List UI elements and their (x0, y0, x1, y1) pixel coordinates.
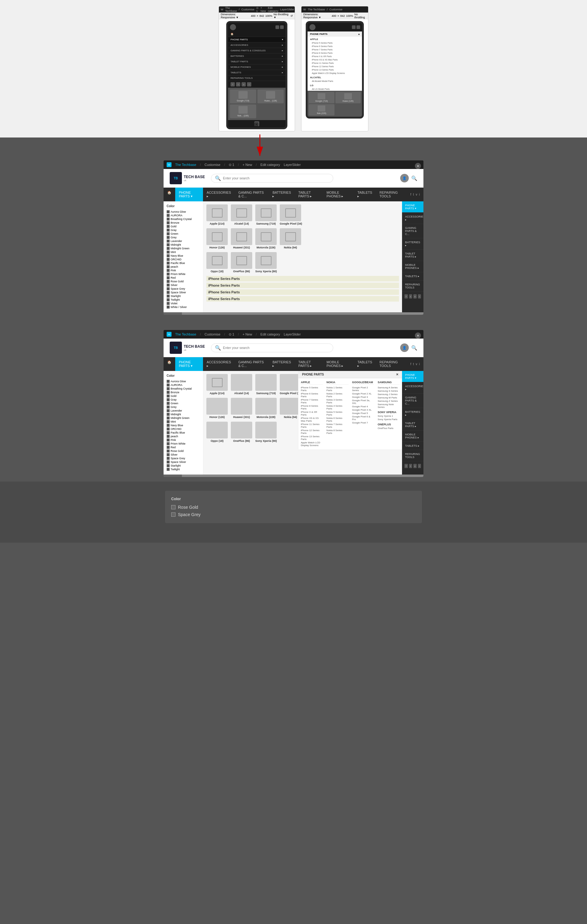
right-iphone11[interactable]: iPhone 11 Series Parts (308, 61, 362, 65)
checkbox-midnight[interactable] (167, 243, 170, 246)
exp-nokia-3[interactable]: Nokia 3 Series Parts (327, 398, 349, 404)
new-btn-2[interactable]: + New (243, 332, 252, 336)
checkbox-pacific[interactable] (167, 262, 170, 265)
nav-home-1[interactable]: 🏠 (164, 188, 175, 201)
checkbox-prism[interactable] (167, 272, 170, 276)
right-iphone12[interactable]: iPhone 12 Series Parts (308, 65, 362, 68)
checkbox-bronze[interactable] (167, 221, 170, 224)
right-tw-icon[interactable]: t (409, 294, 412, 299)
edit-cat-1[interactable]: Edit category (260, 163, 280, 167)
left-menu-tablets[interactable]: TABLETS ▸ (228, 70, 286, 76)
right-iphone5[interactable]: iPhone 5 Series Parts (308, 41, 362, 45)
right-phone-parts-active[interactable]: PHONE PARTS ▾ (402, 201, 423, 213)
exp-nokia-1[interactable]: Nokia 1 Series Parts (327, 386, 349, 392)
brand-motorola[interactable]: Motorola (226) (255, 228, 277, 249)
brand-apple[interactable]: Apple (214) (207, 205, 228, 225)
left-admin-edit[interactable]: Edit category (268, 7, 278, 13)
exp-samsung-m[interactable]: Samsung M Parts (377, 396, 400, 399)
checkbox-white-silver[interactable] (167, 305, 170, 309)
exp-nokia-7[interactable]: Nokia 7 Series Parts (327, 422, 349, 429)
s2-cb-orchid[interactable] (167, 427, 170, 431)
s2-cb-bronze[interactable] (167, 391, 170, 394)
nav2-fb[interactable]: f (410, 362, 411, 366)
left-menu-tablet-parts[interactable]: TABLET PARTS ▸ (228, 59, 286, 64)
right-iphone13[interactable]: iPhone 13 Series Parts (308, 68, 362, 71)
s2-cb-silver[interactable] (167, 453, 170, 456)
right-iphone6[interactable]: iPhone 6 Series Parts (308, 45, 362, 48)
checkbox-pink[interactable] (167, 269, 170, 272)
b2-sony[interactable]: Sony Xperia (90) (255, 422, 277, 442)
exp-nokia-6[interactable]: Nokia 6 Series Parts (327, 416, 349, 422)
nav-phone-parts-1[interactable]: PHONE PARTS ▾ (175, 188, 203, 201)
s2-cb-prism[interactable] (167, 442, 170, 445)
exp-oneplus-parts[interactable]: OnePlus Parts (377, 427, 400, 430)
site-name-1[interactable]: The Techbase (175, 163, 196, 167)
exp-apple-x[interactable]: iPhone X & XR Parts (301, 410, 323, 416)
checkbox-lavender[interactable] (167, 239, 170, 243)
customize-1[interactable]: Customise (205, 163, 220, 167)
exp-sony-1[interactable]: Sony Xperia 1 (377, 414, 400, 418)
right-iphone7[interactable]: iPhone 7 Series Parts (308, 48, 362, 51)
exp-google-pixel4xl[interactable]: Google Pixel 4 XL (352, 408, 374, 412)
checkbox-space-silver[interactable] (167, 291, 170, 294)
left-tw-icon[interactable]: t (236, 82, 240, 86)
exp-apple-watch[interactable]: Apple Watch LCD Display Screens (301, 441, 323, 447)
exp-samsung-s[interactable]: Samsung S Series (377, 389, 400, 393)
s2-cb-navy[interactable] (167, 424, 170, 427)
checkbox-starlight[interactable] (167, 295, 170, 298)
nav2-ig[interactable]: i (419, 362, 420, 366)
nav-tablets-1[interactable]: TABLETS ▸ (354, 188, 376, 201)
nav2-gaming[interactable]: GAMING PARTS & C... (235, 357, 269, 371)
exp-samsung-z[interactable]: Samsung Z Series (377, 399, 400, 403)
exp-google-pixel3a[interactable]: Google Pixel 3a, 3XL (352, 399, 374, 405)
brand-huawei[interactable]: Huawei (331) (231, 228, 252, 249)
right2-vimeo[interactable]: v (413, 464, 417, 468)
exp-apple-12[interactable]: iPhone 12 Series Parts (301, 429, 323, 435)
s2-cb-gold[interactable] (167, 394, 170, 398)
checkbox-peach[interactable] (167, 265, 170, 268)
scroll-thumb-2[interactable] (164, 475, 182, 477)
right-nav-accessories[interactable]: ACCESSORIES ▸ (402, 213, 423, 224)
left-admin-new[interactable]: + New (260, 7, 266, 13)
layer-slider-2[interactable]: LayerSlider (284, 332, 301, 336)
b2-samsung[interactable]: Samsung (719) (255, 374, 277, 395)
checkbox-grey[interactable] (167, 236, 170, 239)
right-nav-gaming[interactable]: GAMING PARTS & C... (402, 224, 423, 238)
checkbox-gray[interactable] (167, 229, 170, 232)
left-ig-icon[interactable]: i (247, 82, 251, 86)
b2-huawei[interactable]: Huawei (331) (231, 398, 252, 419)
brand-google[interactable]: Google Pixel (34) (280, 205, 302, 225)
exp-dropdown-close-2[interactable]: ✕ (396, 373, 398, 376)
left-menu-batteries[interactable]: BATTERIES ▸ (228, 53, 286, 59)
left-menu-gaming[interactable]: GAMING PARTS & CONSOLES ▸ (228, 48, 286, 53)
s2-cb-space-silver[interactable] (167, 460, 170, 464)
site-name-2[interactable]: The Techbase (175, 332, 196, 336)
checkbox-breathing[interactable] (167, 218, 170, 221)
checkbox-midnight-green[interactable] (167, 247, 170, 250)
nav-gaming-1[interactable]: GAMING PARTS & C... (235, 188, 269, 201)
right2-tablets[interactable]: TABLETS ▸ (402, 442, 423, 450)
exp-nokia-4[interactable]: Nokia 4 Series Parts (327, 404, 349, 410)
nav2-tablet[interactable]: TABLET PARTS ▸ (295, 357, 323, 371)
right2-fb[interactable]: f (405, 464, 408, 468)
user-avatar-2[interactable]: 👤 (400, 343, 409, 352)
exp-apple-6[interactable]: iPhone 6 Series Parts (301, 392, 323, 398)
b2-oppo[interactable]: Oppo (18) (207, 422, 228, 442)
nav2-phone-parts[interactable]: PHONE PARTS ▾ (175, 357, 203, 371)
s2-cb-midnight[interactable] (167, 413, 170, 416)
left-refresh-icon[interactable]: ↺ (291, 14, 293, 17)
s2-cb-mint[interactable] (167, 420, 170, 423)
exp-google-pixel5[interactable]: Google Pixel 5 (352, 412, 374, 415)
exp-apple-7[interactable]: iPhone 7 Series Parts (301, 398, 323, 404)
right-fb-icon[interactable]: f (405, 294, 408, 299)
right2-gaming[interactable]: GAMING PARTS & C... (402, 394, 423, 408)
exp-nokia-2[interactable]: Nokia 2 Series Parts (327, 392, 349, 398)
nav-batteries-1[interactable]: BATTERIES ▸ (269, 188, 294, 201)
s2-cb-breathing[interactable] (167, 387, 170, 390)
left-menu-accessories[interactable]: ACCESSORIES ▸ (228, 43, 286, 48)
right2-accessories[interactable]: ACCESSORIES ▸ (402, 382, 423, 394)
checkbox-space-grey[interactable] (167, 287, 170, 290)
brand-sony[interactable]: Sony Xperia (80) (255, 252, 277, 273)
left-admin-layer[interactable]: LayerSlider (280, 8, 294, 11)
brand-samsung[interactable]: Samsung (719) (255, 205, 277, 225)
